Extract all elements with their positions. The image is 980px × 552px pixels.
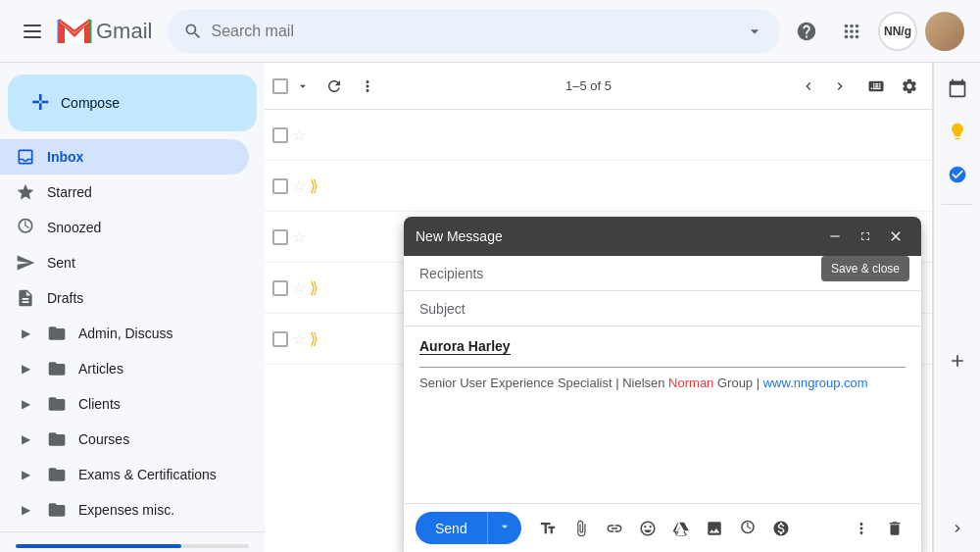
sidebar-item-clients[interactable]: ▶ Clients — [0, 386, 249, 422]
signature-link[interactable]: www.nngroup.com — [763, 376, 868, 390]
attach-button[interactable] — [566, 514, 596, 543]
search-dropdown-icon[interactable] — [745, 22, 764, 41]
row-star-icon[interactable]: ☆ — [292, 278, 306, 297]
email-row[interactable]: ☆ ⟫ — [265, 161, 932, 212]
page-info: 1–5 of 5 — [565, 78, 612, 93]
add-panel-button[interactable] — [940, 343, 975, 378]
sidebar-item-admin-discuss[interactable]: ▶ Admin, Discuss — [0, 316, 249, 351]
photo-button[interactable] — [700, 514, 729, 543]
row-forward-icon: ⟫ — [310, 278, 318, 297]
search-input[interactable] — [211, 23, 737, 40]
drafts-icon — [16, 288, 35, 308]
tasks-panel-button[interactable] — [940, 157, 975, 192]
refresh-button[interactable] — [319, 72, 349, 101]
admin-discuss-label: Admin, Discuss — [78, 326, 172, 341]
main-layout: ✛ Compose Inbox Starred Snoozed — [0, 63, 980, 552]
exams-folder-icon — [47, 465, 67, 484]
search-icon — [183, 22, 203, 41]
row-checkbox[interactable] — [272, 331, 288, 347]
list-toolbar: 1–5 of 5 — [265, 63, 932, 110]
compose-button[interactable]: ✛ Compose — [8, 75, 257, 131]
sidebar: ✛ Compose Inbox Starred Snoozed — [0, 63, 265, 552]
more-compose-options-button[interactable] — [847, 514, 876, 543]
sidebar-item-courses[interactable]: ▶ Courses — [0, 422, 249, 457]
storage-bar — [16, 544, 249, 548]
apps-button[interactable] — [833, 13, 870, 50]
sidebar-item-drafts[interactable]: Drafts — [0, 280, 249, 316]
expand-right-panel-button[interactable] — [942, 513, 973, 544]
search-bar — [168, 9, 780, 54]
emoji-button[interactable] — [633, 514, 662, 543]
keyboard-shortcuts-button[interactable] — [861, 72, 891, 101]
select-all-group — [272, 74, 316, 99]
inbox-icon — [16, 147, 35, 167]
storage-info: 21.57 GB (71%) of 30 GB used — Manage — [0, 531, 265, 552]
sidebar-item-exams-certifications[interactable]: ▶ Exams & Certifications — [0, 457, 249, 492]
compose-title: New Message — [416, 228, 821, 244]
sent-label: Sent — [47, 255, 75, 271]
sidebar-item-snoozed[interactable]: Snoozed — [0, 210, 249, 245]
more-options-button[interactable] — [353, 72, 382, 101]
sidebar-item-inbox[interactable]: Inbox — [0, 139, 249, 175]
admin-discuss-folder-icon — [47, 324, 67, 343]
subject-field[interactable]: Subject — [404, 291, 921, 326]
expenses-misc-label: Expenses misc. — [78, 502, 174, 518]
subject-input[interactable] — [478, 301, 906, 317]
select-all-checkbox[interactable] — [272, 78, 288, 94]
help-button[interactable] — [788, 13, 825, 50]
calendar-panel-button[interactable] — [940, 71, 975, 106]
sidebar-item-sent[interactable]: Sent — [0, 245, 249, 280]
account-photo[interactable] — [925, 12, 964, 51]
format-text-button[interactable] — [533, 514, 563, 543]
send-options-button[interactable] — [487, 512, 521, 544]
snoozed-icon — [16, 218, 35, 237]
signature-name: Aurora Harley — [419, 338, 511, 355]
drafts-label: Drafts — [47, 290, 83, 306]
sidebar-item-starred[interactable]: Starred — [0, 175, 249, 210]
row-star-icon[interactable]: ☆ — [292, 176, 306, 195]
signature-company: Norman — [668, 376, 713, 390]
inbox-label: Inbox — [47, 149, 83, 165]
next-page-button[interactable] — [826, 73, 854, 100]
starred-icon — [16, 182, 35, 202]
row-star-icon[interactable]: ☆ — [292, 227, 306, 246]
compose-header[interactable]: New Message Save & close — [404, 217, 921, 256]
delete-compose-button[interactable] — [880, 514, 909, 543]
email-row[interactable]: ☆ — [265, 110, 932, 161]
expand-button[interactable] — [853, 226, 878, 247]
minimize-button[interactable] — [821, 225, 849, 248]
sidebar-item-articles[interactable]: ▶ Articles — [0, 351, 249, 386]
clients-label: Clients — [78, 396, 121, 412]
account-avatar[interactable]: NN/g — [878, 12, 917, 51]
compose-window: New Message Save & close Recipients — [404, 217, 921, 552]
confidential-button[interactable] — [766, 514, 796, 543]
articles-expand-icon: ▶ — [16, 362, 35, 376]
prev-page-button[interactable] — [795, 73, 822, 100]
row-checkbox[interactable] — [272, 178, 288, 194]
close-compose-button[interactable] — [882, 226, 909, 246]
row-forward-icon: ⟫ — [310, 329, 318, 348]
drive-button[interactable] — [666, 514, 696, 543]
gmail-logo: Gmail — [57, 18, 152, 45]
compose-content-area[interactable]: Aurora Harley Senior User Experience Spe… — [404, 326, 921, 503]
row-checkbox[interactable] — [272, 229, 288, 245]
row-checkbox[interactable] — [272, 127, 288, 143]
hamburger-button[interactable] — [16, 17, 49, 46]
row-star-icon[interactable]: ☆ — [292, 125, 306, 144]
sidebar-item-expenses-misc[interactable]: ▶ Expenses misc. — [0, 492, 249, 527]
link-button[interactable] — [600, 514, 629, 543]
keep-panel-button[interactable] — [940, 114, 975, 149]
select-dropdown-btn[interactable] — [290, 74, 316, 99]
articles-label: Articles — [78, 361, 123, 376]
storage-fill — [16, 544, 181, 548]
row-checkbox[interactable] — [272, 280, 288, 296]
send-button[interactable]: Send — [416, 513, 487, 544]
signature-title: Senior User Experience Specialist | Niel… — [419, 376, 668, 390]
gmail-text-label: Gmail — [96, 19, 152, 44]
settings-button[interactable] — [895, 72, 924, 101]
schedule-send-button[interactable] — [733, 514, 762, 543]
row-star-icon[interactable]: ☆ — [292, 329, 306, 348]
exams-certifications-label: Exams & Certifications — [78, 467, 217, 482]
gmail-m-icon — [57, 18, 92, 45]
recipients-label: Recipients — [419, 266, 483, 281]
